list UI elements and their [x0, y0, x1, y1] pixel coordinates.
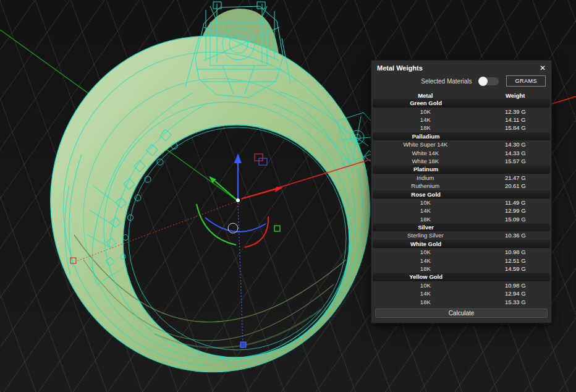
metal-weight: 14.59 G — [480, 265, 551, 273]
metal-weight: 12.39 G — [480, 108, 551, 116]
group-header-label: White Gold — [373, 240, 479, 248]
metal-group: Platinum Iridium21.47 GRuthenium20.61 G — [371, 165, 551, 190]
metal-weight: 12.51 G — [480, 257, 551, 265]
metal-weight: 14.33 G — [480, 149, 551, 157]
metal-row[interactable]: 18K14.59 G — [371, 265, 551, 273]
group-rows: White Super 14K14.30 GWhite 14K14.33 GWh… — [371, 140, 551, 165]
group-header[interactable]: Palladium — [373, 132, 550, 140]
metal-group: White Gold 10K10.98 G14K12.51 G18K14.59 … — [371, 240, 551, 273]
panel-title: Metal Weights — [377, 64, 423, 72]
metal-name: Ruthenium — [371, 182, 480, 190]
group-rows: Sterling Silver10.36 G — [371, 231, 551, 239]
metal-weight: 12.99 G — [480, 207, 551, 215]
calculate-button[interactable]: Calculate — [375, 309, 548, 318]
metal-weight: 10.36 G — [480, 231, 551, 239]
metal-group: Silver Sterling Silver10.36 G — [371, 223, 551, 240]
selected-materials-label: Selected Materials — [421, 78, 472, 85]
metal-name: White Super 14K — [371, 140, 480, 148]
gizmo-origin[interactable] — [236, 198, 240, 202]
metal-group: Palladium White Super 14K14.30 GWhite 14… — [371, 132, 551, 166]
metal-row[interactable]: 14K12.99 G — [371, 207, 551, 215]
group-header[interactable]: Platinum — [373, 165, 550, 173]
metal-weight: 15.57 G — [480, 157, 551, 165]
group-rows: Iridium21.47 GRuthenium20.61 G — [371, 174, 551, 190]
panel-header: Metal Weights ✕ — [371, 61, 551, 74]
metal-weight: 12.94 G — [480, 289, 551, 297]
metal-row[interactable]: 14K12.94 G — [371, 289, 551, 297]
metal-name: 18K — [371, 298, 480, 306]
metal-weight: 14.11 G — [480, 116, 551, 124]
metal-name: 18K — [371, 124, 480, 132]
metal-name: Iridium — [371, 174, 480, 182]
group-header[interactable]: Rose Gold — [373, 190, 550, 198]
group-rows: 10K10.98 G14K12.94 G18K15.33 G — [371, 281, 551, 306]
metal-name: 18K — [371, 215, 480, 223]
metal-row[interactable]: 14K14.11 G — [371, 116, 551, 124]
metal-weight: 10.98 G — [480, 281, 551, 289]
metal-weight: 15.09 G — [480, 215, 551, 223]
metal-row[interactable]: 10K11.49 G — [371, 198, 551, 207]
metal-row[interactable]: White 18K15.57 G — [371, 157, 551, 165]
metal-row[interactable]: 18K15.09 G — [371, 215, 551, 223]
metal-weight: 20.61 G — [480, 182, 551, 190]
close-icon[interactable]: ✕ — [540, 64, 546, 72]
metal-weight: 15.84 G — [480, 124, 551, 132]
group-rows: 10K10.98 G14K12.51 G18K14.59 G — [371, 248, 551, 273]
group-header[interactable]: White Gold — [373, 240, 550, 248]
weight-column-header: Weight — [480, 92, 551, 99]
metal-group: Rose Gold 10K11.49 G14K12.99 G18K15.09 G — [371, 190, 551, 224]
group-header-label: Silver — [373, 223, 479, 231]
metal-name: 14K — [371, 207, 480, 215]
metal-row[interactable]: Iridium21.47 G — [371, 174, 551, 182]
group-header-label: Palladium — [373, 132, 479, 140]
metal-row[interactable]: 18K15.84 G — [371, 124, 551, 132]
group-rows: 10K11.49 G14K12.99 G18K15.09 G — [371, 198, 551, 223]
metal-name: 10K — [371, 281, 480, 289]
metal-group: Yellow Gold 10K10.98 G14K12.94 G18K15.33… — [371, 273, 551, 306]
metal-weight: 15.33 G — [480, 298, 551, 306]
metal-name: 14K — [371, 257, 480, 265]
group-header-label: Rose Gold — [373, 190, 479, 198]
group-header-label: Green Gold — [373, 99, 479, 107]
metal-row[interactable]: White Super 14K14.30 G — [371, 140, 551, 148]
metal-name: 10K — [371, 108, 480, 116]
metal-name: White 18K — [371, 157, 480, 165]
units-button[interactable]: GRAMS — [506, 75, 546, 87]
metal-row[interactable]: 10K10.98 G — [371, 281, 551, 289]
metal-weight: 10.98 G — [480, 248, 551, 256]
group-rows: 10K12.39 G14K14.11 G18K15.84 G — [371, 108, 551, 132]
metal-name: 14K — [371, 116, 480, 124]
z-axis-handle[interactable] — [240, 342, 246, 347]
group-header-label: Platinum — [373, 165, 479, 173]
metal-name: Sterling Silver — [371, 231, 480, 239]
metal-name: 10K — [371, 198, 480, 207]
metal-row[interactable]: 10K12.39 G — [371, 108, 551, 116]
metal-group: Green Gold 10K12.39 G14K14.11 G18K15.84 … — [371, 99, 551, 132]
metal-column-header: Metal — [371, 92, 480, 99]
metal-weight: 14.30 G — [480, 140, 551, 148]
group-header[interactable]: Yellow Gold — [373, 273, 550, 281]
metal-weight: 11.49 G — [480, 198, 551, 207]
metal-row[interactable]: 14K12.51 G — [371, 257, 551, 265]
toggle-knob — [478, 77, 488, 86]
group-header[interactable]: Silver — [373, 223, 550, 231]
metal-row[interactable]: 10K10.98 G — [371, 248, 551, 256]
metal-row[interactable]: 18K15.33 G — [371, 298, 551, 306]
ring-model[interactable] — [27, 0, 394, 392]
selected-materials-toggle[interactable] — [479, 77, 499, 85]
metal-row[interactable]: Sterling Silver10.36 G — [371, 231, 551, 239]
panel-controls: Selected Materials GRAMS — [371, 74, 551, 92]
metal-name: White 14K — [371, 149, 480, 157]
metal-row[interactable]: White 14K14.33 G — [371, 149, 551, 157]
group-header[interactable]: Green Gold — [373, 99, 550, 107]
metal-weights-panel: Metal Weights ✕ Selected Materials GRAMS… — [371, 60, 552, 323]
metal-name: 10K — [371, 248, 480, 256]
metal-name: 18K — [371, 265, 480, 273]
application-window: Metal Weights ✕ Selected Materials GRAMS… — [0, 0, 576, 392]
metal-row[interactable]: Ruthenium20.61 G — [371, 182, 551, 190]
metal-weight: 21.47 G — [480, 174, 551, 182]
metal-name: 14K — [371, 289, 480, 297]
table-column-header: Metal Weight — [371, 92, 551, 99]
metal-table-body: Green Gold 10K12.39 G14K14.11 G18K15.84 … — [371, 99, 551, 306]
group-header-label: Yellow Gold — [373, 273, 479, 281]
